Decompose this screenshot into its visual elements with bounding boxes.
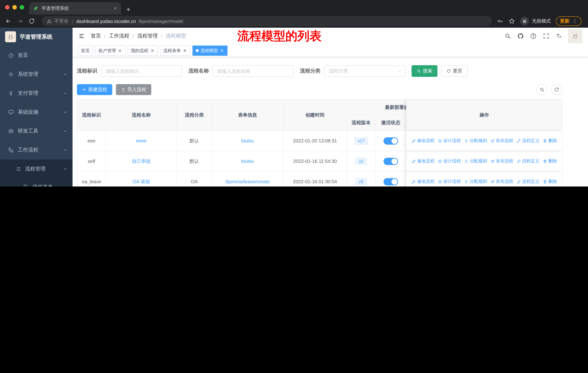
refresh-table-button[interactable] [551, 84, 562, 95]
op-publish-link[interactable]: 发布流程 [490, 138, 513, 144]
tag-close-icon[interactable] [183, 49, 187, 53]
form-info-link[interactable]: /bpm/oa/leave/create [225, 179, 270, 184]
op-edit-link[interactable]: 修改流程 [411, 138, 435, 144]
sidebar-item-process-form[interactable]: 流程表单 [0, 178, 73, 186]
tag-process-model[interactable]: 流程模型 [192, 46, 228, 56]
col-header-id: 流程标识 [77, 100, 106, 131]
process-id-input[interactable] [101, 65, 182, 77]
op-design-link[interactable]: 设计流程 [438, 138, 461, 144]
password-key-icon[interactable] [497, 18, 504, 24]
sidebar-item-process-management[interactable]: 流程管理 [0, 160, 73, 178]
tag-my-process[interactable]: 我的流程 [128, 46, 158, 56]
version-badge[interactable]: v17 [354, 137, 368, 144]
font-size-icon[interactable] [556, 33, 562, 39]
active-toggle[interactable] [383, 137, 398, 144]
user-avatar[interactable] [568, 29, 582, 43]
active-toggle[interactable] [383, 158, 398, 165]
create-process-button[interactable]: 新建流程 [77, 84, 112, 95]
sidebar-item-infrastructure[interactable]: 基础设施 [0, 103, 73, 122]
address-bar[interactable]: 不安全 | dashboard.yudao.iocoder.cn/bpm/man… [42, 16, 492, 26]
version-badge[interactable]: v5 [356, 178, 367, 185]
op-assign-rule-link[interactable]: 分配规则 [464, 138, 487, 144]
user-icon [464, 159, 468, 163]
active-toggle[interactable] [383, 178, 398, 185]
tag-tenant-management[interactable]: 租户管理 [95, 46, 126, 56]
op-delete-link[interactable]: 删除 [543, 179, 557, 185]
op-publish-link[interactable]: 发布流程 [490, 179, 513, 185]
red-annotation-text: 流程模型的列表 [237, 29, 322, 43]
sidebar-item-workflow[interactable]: 工作流程 [0, 141, 73, 160]
browser-toolbar-right: 无痕模式 更新 [497, 16, 584, 26]
cell-created-time: 2022-01-16 11:54:30 [283, 151, 347, 171]
op-edit-link[interactable]: 修改流程 [411, 158, 435, 164]
maximize-window-button[interactable] [20, 5, 24, 10]
search-button[interactable]: 搜索 [411, 65, 437, 77]
close-window-button[interactable] [5, 5, 10, 10]
tab-close-icon[interactable] [113, 6, 117, 10]
design-icon [438, 139, 442, 143]
tags-view-bar: 首页 租户管理 我的流程 流程表单 流程模型 [73, 44, 588, 57]
op-assign-rule-link[interactable]: 分配规则 [464, 179, 487, 185]
tag-close-icon[interactable] [150, 49, 155, 53]
process-name-link[interactable]: OA 请假 [133, 178, 150, 185]
back-button[interactable] [4, 16, 13, 26]
forward-button[interactable] [15, 16, 25, 26]
reload-button[interactable] [27, 16, 36, 26]
process-name-link[interactable]: eeee [136, 138, 147, 143]
op-edit-link[interactable]: 修改流程 [411, 179, 435, 185]
op-assign-rule-link[interactable]: 分配规则 [464, 158, 487, 164]
tag-home[interactable]: 首页 [78, 46, 93, 56]
version-badge[interactable]: v2 [356, 158, 367, 165]
incognito-icon [520, 17, 529, 26]
col-header-version: 流程版本 [347, 115, 376, 131]
op-delete-link[interactable]: 删除 [543, 158, 557, 164]
col-header-created: 创建时间 [283, 100, 347, 131]
app-logo-row[interactable]: 芋道管理系统 [0, 28, 73, 46]
chrome-update-button[interactable]: 更新 [556, 16, 581, 26]
form-info-link[interactable]: biubiu [241, 159, 254, 164]
breadcrumb-home[interactable]: 首页 [91, 33, 101, 39]
browser-menu-icon[interactable] [572, 19, 578, 24]
breadcrumb-process-management[interactable]: 流程管理 [137, 33, 158, 39]
workflow-submenu: 流程管理 流程表单 用户分组 流程模型 任务管理 [0, 160, 73, 186]
form-info-link[interactable]: biubiu [241, 138, 254, 143]
help-icon[interactable] [530, 33, 537, 39]
breadcrumb-workflow[interactable]: 工作流程 [109, 33, 129, 39]
sidebar-item-system[interactable]: 系统管理 [0, 65, 73, 84]
process-name-link[interactable]: 自己审批 [132, 158, 151, 164]
fullscreen-icon[interactable] [543, 33, 549, 39]
publish-icon [490, 179, 495, 184]
browser-tab-strip: 芋道管理系统 [0, 0, 588, 15]
search-icon[interactable] [504, 33, 511, 39]
import-process-button[interactable]: 导入流程 [116, 84, 151, 95]
minimize-window-button[interactable] [12, 5, 17, 10]
toggle-search-button[interactable] [537, 84, 547, 95]
sidebar-item-payment[interactable]: 支付管理 [0, 84, 73, 103]
reset-button[interactable]: 重置 [441, 65, 468, 77]
col-header-name: 流程名称 [106, 100, 177, 131]
op-definition-link[interactable]: 流程定义 [516, 179, 539, 185]
sidebar-item-home[interactable]: 首页 [0, 46, 73, 65]
op-publish-link[interactable]: 发布流程 [490, 158, 513, 164]
tag-close-icon[interactable] [118, 49, 122, 53]
op-design-link[interactable]: 设计流程 [438, 158, 461, 164]
tag-close-icon[interactable] [220, 49, 224, 53]
op-definition-link[interactable]: 流程定义 [516, 138, 539, 144]
not-secure-warning-icon [47, 19, 52, 24]
table-right-tools [537, 84, 562, 95]
tag-process-form[interactable]: 流程表单 [160, 46, 190, 56]
edit-icon [411, 179, 416, 184]
sidebar-collapse-icon[interactable] [78, 33, 85, 39]
op-definition-link[interactable]: 流程定义 [516, 158, 539, 164]
group-header-label: 最新部署的流程定义 [347, 100, 407, 115]
new-tab-button[interactable] [126, 7, 131, 12]
sidebar-item-devtools[interactable]: 研发工具 [0, 122, 73, 141]
browser-tab[interactable]: 芋道管理系统 [29, 2, 121, 15]
process-name-input[interactable] [212, 65, 294, 77]
github-icon[interactable] [517, 33, 524, 39]
bookmark-star-icon[interactable] [509, 18, 515, 24]
op-design-link[interactable]: 设计流程 [438, 179, 461, 185]
plus-icon [82, 87, 86, 92]
op-delete-link[interactable]: 删除 [543, 138, 557, 144]
process-category-select[interactable]: 流程分类 [324, 65, 406, 77]
